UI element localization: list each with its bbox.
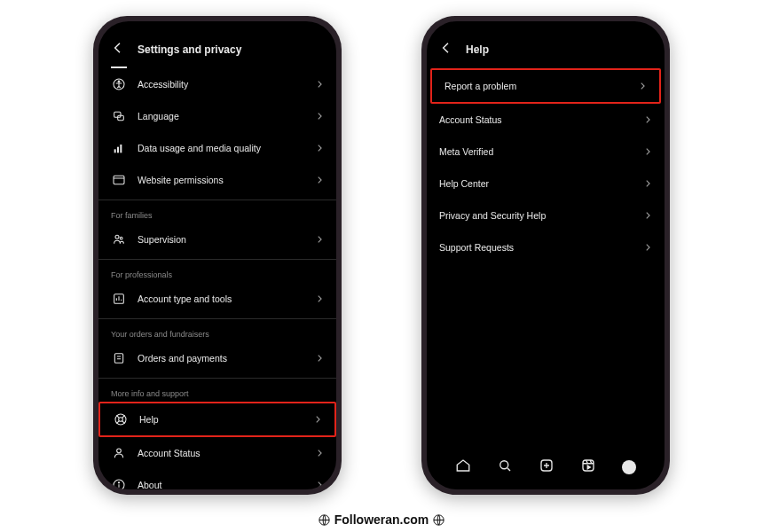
chevron-right-icon <box>643 144 652 160</box>
row-label: Help Center <box>439 178 633 189</box>
row-meta-verified[interactable]: Meta Verified <box>427 136 665 168</box>
svg-rect-5 <box>117 147 119 153</box>
chevron-right-icon <box>313 411 322 427</box>
row-language[interactable]: Language <box>98 100 336 132</box>
row-account-status-help[interactable]: Account Status <box>427 104 665 136</box>
svg-rect-6 <box>120 145 122 153</box>
row-label: Language <box>138 111 304 121</box>
svg-rect-4 <box>114 149 116 153</box>
row-data-usage[interactable]: Data usage and media quality <box>98 132 336 164</box>
svg-point-13 <box>119 418 123 422</box>
watermark: Followeran.com <box>0 512 763 527</box>
account-status-icon <box>111 445 127 461</box>
globe-icon <box>432 513 445 527</box>
svg-point-17 <box>500 461 508 469</box>
section-header-orders: Your orders and fundraisers <box>98 318 336 342</box>
chevron-right-icon <box>638 78 647 94</box>
reels-icon[interactable] <box>580 458 596 477</box>
row-help-center[interactable]: Help Center <box>427 168 665 200</box>
page-title: Help <box>466 43 489 56</box>
language-icon <box>111 108 127 124</box>
search-icon[interactable] <box>497 458 513 477</box>
row-label: Supervision <box>138 234 304 245</box>
chevron-right-icon <box>315 350 324 366</box>
account-tools-icon <box>111 291 127 307</box>
chevron-right-icon <box>315 445 324 461</box>
phone-mockup-left: Settings and privacy Accessibility Langu <box>93 16 342 495</box>
chevron-right-icon <box>643 176 652 192</box>
row-account-type-tools[interactable]: Account type and tools <box>98 283 336 315</box>
section-header-families: For families <box>98 200 336 223</box>
profile-icon[interactable] <box>622 460 636 474</box>
back-arrow-icon[interactable] <box>439 41 453 58</box>
svg-point-1 <box>118 81 120 82</box>
row-accessibility[interactable]: Accessibility <box>98 68 336 100</box>
chevron-right-icon <box>643 112 652 128</box>
row-label: Help <box>139 414 303 425</box>
settings-list: Accessibility Language Data usage and me… <box>98 68 336 489</box>
row-label: Privacy and Security Help <box>439 210 633 221</box>
home-icon[interactable] <box>455 458 471 477</box>
chevron-right-icon <box>315 140 324 156</box>
header-settings: Settings and privacy <box>98 21 336 65</box>
website-icon <box>111 172 127 188</box>
phone-mockup-right: Help Report a problem Account Status Met… <box>421 16 670 495</box>
row-label: Data usage and media quality <box>138 143 304 153</box>
row-label: Account Status <box>439 114 633 125</box>
orders-icon <box>111 350 127 366</box>
row-about[interactable]: About <box>98 469 336 489</box>
row-label: Account Status <box>138 448 304 458</box>
supervision-icon <box>111 231 127 247</box>
bottom-nav <box>427 449 665 489</box>
row-label: Accessibility <box>138 79 304 90</box>
data-bars-icon <box>111 140 127 156</box>
row-label: Report a problem <box>444 81 627 91</box>
row-label: About <box>138 480 304 489</box>
about-icon <box>111 477 127 489</box>
row-label: Orders and payments <box>138 353 304 364</box>
watermark-text: Followeran.com <box>334 512 429 527</box>
svg-point-8 <box>115 235 119 239</box>
row-orders-payments[interactable]: Orders and payments <box>98 342 336 374</box>
row-label: Website permissions <box>138 175 304 185</box>
section-header-professionals: For professionals <box>98 259 336 283</box>
row-support-requests[interactable]: Support Requests <box>427 231 665 263</box>
svg-point-9 <box>120 237 122 239</box>
help-icon <box>113 411 129 427</box>
accessibility-icon <box>111 76 127 92</box>
globe-icon <box>318 513 331 527</box>
svg-point-16 <box>118 482 119 483</box>
row-label: Account type and tools <box>138 293 304 304</box>
row-label: Support Requests <box>439 242 633 253</box>
svg-rect-11 <box>114 354 122 364</box>
help-list: Report a problem Account Status Meta Ver… <box>427 65 665 449</box>
chevron-right-icon <box>315 172 324 188</box>
chevron-right-icon <box>315 291 324 307</box>
row-report-problem[interactable]: Report a problem <box>430 68 661 104</box>
chevron-right-icon <box>315 477 324 489</box>
row-supervision[interactable]: Supervision <box>98 223 336 255</box>
chevron-right-icon <box>315 108 324 124</box>
screen-right: Help Report a problem Account Status Met… <box>427 21 665 489</box>
screen-left: Settings and privacy Accessibility Langu <box>98 21 336 489</box>
chevron-right-icon <box>643 239 652 255</box>
page-title: Settings and privacy <box>138 43 241 56</box>
chevron-right-icon <box>315 231 324 247</box>
svg-point-14 <box>117 449 122 453</box>
row-privacy-security-help[interactable]: Privacy and Security Help <box>427 200 665 231</box>
back-arrow-icon[interactable] <box>111 41 125 58</box>
chevron-right-icon <box>643 207 652 223</box>
svg-rect-7 <box>114 176 124 184</box>
row-website-permissions[interactable]: Website permissions <box>98 164 336 196</box>
new-post-icon[interactable] <box>539 458 555 477</box>
header-help: Help <box>427 21 665 65</box>
chevron-right-icon <box>315 76 324 92</box>
section-header-support: More info and support <box>98 378 336 402</box>
row-label: Meta Verified <box>439 146 633 157</box>
row-help[interactable]: Help <box>98 402 336 437</box>
row-account-status[interactable]: Account Status <box>98 437 336 469</box>
